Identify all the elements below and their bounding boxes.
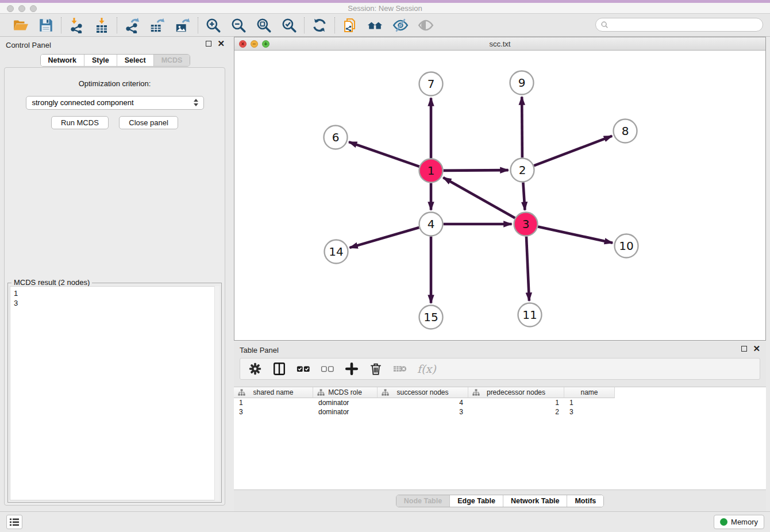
- columns-icon[interactable]: [272, 362, 286, 376]
- node-1[interactable]: 1: [419, 159, 443, 183]
- node-2[interactable]: 2: [511, 159, 534, 182]
- cell-successor-nodes[interactable]: 3: [378, 407, 468, 417]
- column-header-shared-name[interactable]: shared name: [234, 387, 313, 398]
- search-field[interactable]: [595, 18, 763, 32]
- node-6[interactable]: 6: [324, 126, 348, 149]
- list-icon: [10, 518, 19, 526]
- gear-icon[interactable]: [248, 362, 262, 376]
- cell-name[interactable]: 3: [564, 407, 615, 417]
- main-toolbar: [0, 14, 770, 37]
- import-network-icon[interactable]: [68, 17, 84, 33]
- table-row[interactable]: 1dominator411: [234, 398, 766, 407]
- memory-button[interactable]: Memory: [714, 515, 764, 529]
- table-row[interactable]: 3dominator323: [234, 407, 766, 417]
- zoom-out-icon[interactable]: [230, 17, 247, 33]
- attribute-type-icon: [382, 389, 389, 396]
- cell-shared-name[interactable]: 3: [234, 407, 313, 417]
- select-arrows-icon: [194, 99, 199, 108]
- export-network-icon[interactable]: [124, 17, 140, 33]
- criterion-select[interactable]: strongly connected component: [26, 96, 204, 110]
- select-all-icon[interactable]: [297, 362, 310, 376]
- search-input[interactable]: [609, 21, 758, 29]
- refresh-icon[interactable]: [311, 17, 328, 33]
- edge-1-2[interactable]: [443, 170, 508, 171]
- open-folder-icon[interactable]: [13, 17, 29, 33]
- import-table-icon[interactable]: [94, 17, 110, 33]
- tab-motifs[interactable]: Motifs: [567, 495, 603, 507]
- node-10[interactable]: 10: [615, 234, 638, 258]
- cell-shared-name[interactable]: 1: [234, 398, 313, 407]
- tab-select[interactable]: Select: [117, 55, 153, 66]
- result-scrollbar[interactable]: [214, 286, 220, 500]
- clone-network-icon[interactable]: [342, 17, 358, 33]
- node-7[interactable]: 7: [419, 72, 443, 96]
- table-panel-title: Table Panel: [240, 346, 279, 354]
- close-panel-icon[interactable]: ✕: [753, 346, 760, 352]
- edge-3-1[interactable]: [443, 178, 515, 218]
- network-canvas[interactable]: 7968124314101511: [234, 51, 765, 340]
- node-14[interactable]: 14: [325, 240, 348, 264]
- network-graph[interactable]: 7968124314101511: [234, 51, 765, 340]
- cell-predecessor-nodes[interactable]: 2: [468, 407, 564, 417]
- tab-network-table[interactable]: Network Table: [503, 495, 567, 507]
- float-panel-icon[interactable]: [741, 346, 747, 352]
- node-label: 14: [329, 245, 343, 259]
- run-mcds-button[interactable]: Run MCDS: [51, 116, 109, 129]
- tab-style[interactable]: Style: [84, 55, 117, 66]
- zoom-in-icon[interactable]: [205, 17, 221, 33]
- session-title: Session: New Session: [0, 4, 770, 13]
- export-table-icon[interactable]: [149, 17, 165, 33]
- cell-name[interactable]: 1: [564, 398, 615, 407]
- edge-2-9[interactable]: [522, 97, 522, 157]
- tab-node-table[interactable]: Node Table: [396, 495, 449, 507]
- deselect-all-icon[interactable]: [321, 362, 334, 376]
- add-icon[interactable]: [345, 362, 359, 376]
- cell-MCDS-role[interactable]: dominator: [313, 407, 378, 417]
- show-graphics-icon[interactable]: [418, 17, 434, 33]
- table-header-row: shared nameMCDS rolesuccessor nodesprede…: [234, 387, 766, 398]
- attribute-type-icon: [472, 389, 480, 396]
- node-11[interactable]: 11: [518, 303, 542, 327]
- edge-2-8[interactable]: [534, 136, 612, 166]
- delete-icon[interactable]: [369, 362, 383, 376]
- node-9[interactable]: 9: [510, 71, 534, 95]
- edge-4-14[interactable]: [350, 228, 419, 248]
- close-panel-button[interactable]: Close panel: [119, 116, 178, 129]
- search-icon: [600, 21, 609, 29]
- edge-1-6[interactable]: [349, 142, 419, 167]
- save-session-icon[interactable]: [38, 17, 54, 33]
- column-header-predecessor-nodes[interactable]: predecessor nodes: [468, 387, 564, 398]
- cell-MCDS-role[interactable]: dominator: [313, 398, 378, 407]
- first-neighbors-icon[interactable]: [367, 17, 383, 33]
- edge-2-3[interactable]: [523, 182, 525, 210]
- node-3[interactable]: 3: [514, 213, 538, 236]
- tab-network[interactable]: Network: [41, 55, 84, 66]
- float-panel-icon[interactable]: [206, 41, 211, 47]
- column-header-successor-nodes[interactable]: successor nodes: [378, 387, 468, 398]
- hide-graphics-icon[interactable]: [392, 17, 409, 33]
- mcds-result-list[interactable]: 1 3: [10, 286, 220, 500]
- cell-predecessor-nodes[interactable]: 1: [468, 398, 564, 407]
- tab-edge-table[interactable]: Edge Table: [449, 495, 503, 507]
- column-header-name[interactable]: name: [564, 387, 615, 398]
- column-header-label: MCDS role: [328, 388, 362, 396]
- close-panel-icon[interactable]: ✕: [217, 41, 225, 47]
- zoom-fit-icon[interactable]: [256, 17, 272, 33]
- app-titlebar: Session: New Session: [0, 0, 770, 14]
- edge-3-10[interactable]: [538, 227, 613, 243]
- node-table: shared nameMCDS rolesuccessor nodesprede…: [234, 387, 766, 490]
- delete-column-icon[interactable]: [393, 362, 407, 376]
- column-header-MCDS-role[interactable]: MCDS role: [313, 387, 378, 398]
- network-window-titlebar[interactable]: × − + scc.txt: [234, 37, 765, 51]
- node-label: 6: [332, 130, 340, 144]
- zoom-selected-icon[interactable]: [281, 17, 297, 33]
- edge-3-11[interactable]: [526, 236, 529, 300]
- export-image-icon[interactable]: [175, 17, 191, 33]
- cell-successor-nodes[interactable]: 4: [378, 398, 468, 407]
- node-8[interactable]: 8: [614, 119, 637, 143]
- show-panels-button[interactable]: [6, 515, 22, 529]
- node-15[interactable]: 15: [419, 306, 443, 329]
- tab-mcds[interactable]: MCDS: [153, 55, 190, 66]
- node-4[interactable]: 4: [419, 213, 443, 236]
- function-icon[interactable]: f(x): [417, 363, 436, 375]
